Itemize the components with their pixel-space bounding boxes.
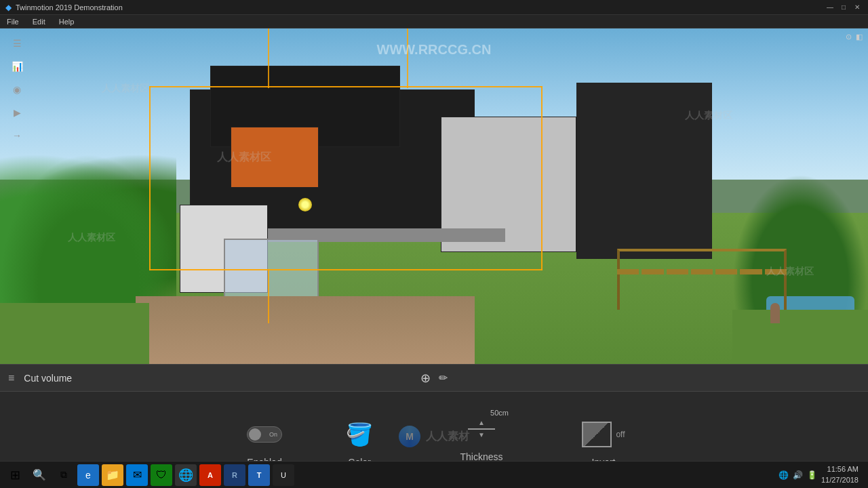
- maximize-button[interactable]: □: [838, 2, 849, 13]
- edit-tool-icon[interactable]: ✏: [439, 371, 448, 384]
- thickness-value: 50cm: [490, 409, 509, 417]
- titlebar-title: Twinmotion 2019 Demonstration: [16, 3, 123, 12]
- header-menu-icon[interactable]: ≡: [8, 372, 14, 384]
- minimize-button[interactable]: —: [825, 2, 835, 13]
- thickness-icon[interactable]: ▲ ▼ 50cm: [468, 420, 495, 439]
- building-dark-right: [576, 83, 712, 259]
- menubar: File Edit Help: [0, 15, 868, 28]
- autocad-icon[interactable]: A: [199, 464, 221, 486]
- invert-state-label: off: [616, 430, 625, 439]
- building-scene: [0, 28, 868, 364]
- logo-icon: M: [399, 426, 420, 447]
- sidebar-eye-icon[interactable]: ◉: [7, 80, 26, 99]
- building-interior: [231, 127, 319, 188]
- network-icon: 🌐: [778, 470, 789, 480]
- revit-icon[interactable]: R: [224, 464, 245, 486]
- viewport-camera: ◧: [856, 33, 863, 41]
- invert-icon-area: off: [583, 418, 624, 451]
- bbox-top: [149, 86, 542, 87]
- sidebar-arrow-icon[interactable]: →: [7, 126, 26, 145]
- color-icon-area: 🪣: [339, 418, 380, 451]
- unreal-icon[interactable]: U: [273, 464, 294, 486]
- invert-icon[interactable]: [582, 422, 612, 447]
- sidebar-menu-icon[interactable]: ☰: [7, 34, 26, 53]
- color-bucket-icon[interactable]: 🪣: [346, 422, 373, 447]
- logo-text: 人人素材: [426, 430, 469, 444]
- driveway: [136, 296, 475, 364]
- sound-icon: 🔊: [793, 470, 803, 480]
- windows-start-button[interactable]: ⊞: [4, 464, 26, 486]
- cut-volume-title: Cut volume: [24, 373, 72, 384]
- pergola: [617, 249, 787, 310]
- clock-time: 11:56 AM: [821, 464, 859, 474]
- taskbar: ⊞ 🔍 ⧉ e 📁 ✉ 🛡 🌐 A R T U 🌐 🔊 🔋 11:56 AM 1…: [0, 461, 868, 488]
- defender-icon[interactable]: 🛡: [151, 464, 172, 486]
- clock-date: 11/27/2018: [821, 475, 859, 485]
- header-center-tools: ⊕ ✏: [420, 371, 448, 386]
- viewport-zoom: ⊙: [846, 33, 852, 41]
- color-control: 🪣 Color: [339, 418, 380, 468]
- invert-icon-group: off: [582, 422, 625, 447]
- sidebar-play-icon[interactable]: ▶: [7, 103, 26, 122]
- thickness-arrow-down: ▼: [478, 432, 485, 439]
- bbox-bottom: [149, 269, 542, 270]
- battery-icon: 🔋: [807, 470, 817, 480]
- guide-line-top-mid: [407, 28, 408, 88]
- viewport-info: ⊙ ◧: [846, 33, 863, 41]
- left-sidebar: ☰ 📊 ◉ ▶ →: [0, 28, 34, 364]
- system-clock: 11:56 AM 11/27/2018: [821, 464, 859, 485]
- move-tool-icon[interactable]: ⊕: [420, 371, 431, 386]
- person-figure: [770, 303, 780, 323]
- toggle-state-label: On: [269, 431, 277, 438]
- task-view-button[interactable]: ⧉: [53, 464, 75, 486]
- titlebar: ◆ Twinmotion 2019 Demonstration — □ ✕: [0, 0, 868, 15]
- cut-volume-header: ≡ Cut volume ⊕ ✏: [0, 365, 868, 392]
- titlebar-left: ◆ Twinmotion 2019 Demonstration: [5, 3, 123, 12]
- light-sphere: [298, 198, 312, 211]
- twinmotion-icon[interactable]: T: [248, 464, 270, 486]
- bbox-left: [149, 86, 151, 270]
- menu-help[interactable]: Help: [56, 18, 77, 26]
- chrome-icon[interactable]: 🌐: [175, 464, 197, 486]
- guide-line-top-left: [268, 28, 269, 88]
- guide-line-bottom: [268, 269, 269, 323]
- menu-edit[interactable]: Edit: [30, 18, 48, 26]
- folder-icon[interactable]: 📁: [102, 464, 123, 486]
- titlebar-controls: — □ ✕: [825, 2, 863, 13]
- menu-file[interactable]: File: [4, 18, 22, 26]
- edge-icon[interactable]: e: [77, 464, 99, 486]
- thickness-arrow-up: ▲: [478, 420, 485, 426]
- viewport: 人人素材区 人人素材区 人人素材区 人人素材区 人人素材区 WWW.RRCCG.…: [0, 28, 868, 364]
- mail-icon[interactable]: ✉: [126, 464, 148, 486]
- pergola-slats: [617, 269, 787, 276]
- sidebar-graph-icon[interactable]: 📊: [7, 57, 26, 76]
- thickness-line: [468, 428, 495, 430]
- enabled-icon-area: On: [244, 418, 285, 451]
- enabled-toggle[interactable]: On: [247, 426, 282, 443]
- bbox-right: [541, 86, 542, 270]
- close-button[interactable]: ✕: [852, 2, 863, 13]
- enabled-control: On Enabled: [244, 418, 285, 468]
- grass-right: [732, 310, 868, 364]
- center-logo: M 人人素材: [399, 426, 469, 447]
- system-tray: 🌐 🔊 🔋 11:56 AM 11/27/2018: [778, 464, 864, 485]
- app-icon: ◆: [5, 3, 12, 12]
- toggle-knob: [249, 428, 261, 441]
- search-button[interactable]: 🔍: [28, 464, 50, 486]
- invert-control: off Invert: [583, 418, 624, 468]
